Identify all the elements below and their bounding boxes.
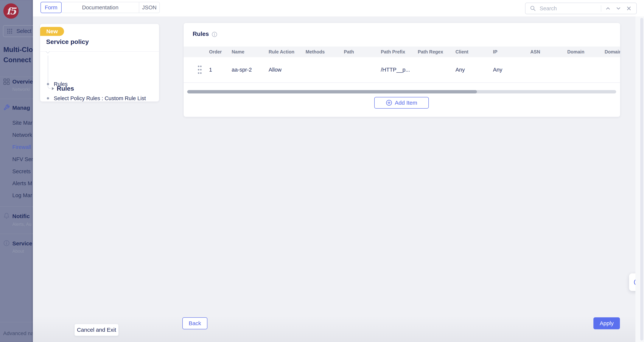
back-button-label: Back bbox=[189, 320, 201, 326]
cell-path-prefix: /HTTP__p... bbox=[381, 67, 418, 73]
info-icon[interactable] bbox=[212, 32, 217, 37]
active-step-arrow-icon bbox=[52, 87, 54, 90]
back-button[interactable]: Back bbox=[182, 317, 208, 329]
stepper-elbow bbox=[48, 86, 51, 89]
sidebar-divider bbox=[0, 207, 33, 207]
sidebar-item-secrets[interactable]: Secrets bbox=[12, 168, 30, 175]
workspace-title: Multi-Clo Connect bbox=[3, 45, 33, 65]
vertical-scrollbar[interactable] bbox=[640, 18, 643, 340]
tab-form[interactable]: Form bbox=[40, 2, 62, 13]
sidebar-item-alerts-management[interactable]: Alerts M bbox=[12, 180, 32, 187]
service-subtitle: About bbox=[12, 249, 24, 254]
sidebar-item-manage[interactable]: Manag bbox=[12, 105, 30, 111]
step-dot bbox=[47, 83, 49, 85]
search-input[interactable]: Search bbox=[525, 3, 637, 14]
col-name: Name bbox=[232, 49, 268, 55]
chevron-down-icon[interactable] bbox=[615, 5, 622, 12]
cell-client: Any bbox=[456, 67, 493, 73]
table-row[interactable]: 1 aa-spr-2 Allow /HTTP__p... Any Any bbox=[184, 57, 620, 83]
col-domain-2: Domain bbox=[604, 49, 620, 55]
main-panel: Form Documentation JSON Search bbox=[33, 0, 644, 342]
tab-json-label: JSON bbox=[142, 5, 156, 11]
col-ip: IP bbox=[493, 49, 530, 55]
tab-group: Documentation JSON bbox=[61, 2, 160, 13]
cell-order: 1 bbox=[209, 67, 232, 73]
col-asn: ASN bbox=[530, 49, 567, 55]
step-select-policy-rules[interactable]: Select Policy Rules : Custom Rule List bbox=[54, 95, 146, 101]
cell-ip: Any bbox=[493, 67, 530, 73]
search-placeholder: Search bbox=[540, 6, 598, 12]
workspace-title-line2: Connect bbox=[3, 55, 33, 65]
bell-icon bbox=[3, 213, 10, 219]
tab-documentation[interactable]: Documentation bbox=[62, 2, 139, 13]
f5-logo: f5 bbox=[3, 3, 19, 19]
cell-name: aa-spr-2 bbox=[232, 67, 268, 73]
overview-icon bbox=[3, 79, 10, 85]
bottom-shade bbox=[33, 316, 644, 342]
topbar: Form Documentation JSON Search bbox=[33, 0, 644, 17]
sidebar-item-notifications[interactable]: Notific bbox=[12, 213, 30, 219]
divider-notch bbox=[46, 49, 50, 54]
workspace-title-line1: Multi-Clo bbox=[3, 45, 33, 55]
step-rules-active[interactable]: Rules bbox=[57, 85, 74, 92]
drag-handle-icon[interactable] bbox=[197, 65, 203, 75]
sidebar-divider bbox=[0, 322, 33, 322]
rules-card: Rules Order Name Rule Action Methods Pat… bbox=[184, 23, 620, 117]
info-circle-icon bbox=[3, 240, 10, 246]
col-domain: Domain bbox=[567, 49, 604, 55]
table-header: Order Name Rule Action Methods Path Path… bbox=[184, 47, 620, 57]
sidebar-item-log-management[interactable]: Log Mar bbox=[12, 192, 32, 199]
sidebar: f5 Select s Multi-Clo Connect bbox=[0, 0, 33, 342]
screen: f5 Select s Multi-Clo Connect bbox=[0, 0, 644, 342]
advanced-nav-label[interactable]: Advanced nav bbox=[3, 330, 33, 336]
sidebar-item-overview[interactable]: Overvie bbox=[12, 79, 33, 85]
sidebar-item-nfv-service[interactable]: NFV Ser bbox=[12, 156, 33, 162]
sidebar-item-firewall[interactable]: Firewall bbox=[12, 144, 31, 150]
col-rule-action: Rule Action bbox=[268, 49, 306, 55]
horizontal-scrollbar[interactable] bbox=[187, 90, 616, 93]
tab-form-label: Form bbox=[45, 5, 58, 11]
col-path: Path bbox=[344, 49, 381, 55]
new-badge-label: New bbox=[46, 28, 58, 35]
tab-documentation-label: Documentation bbox=[82, 5, 118, 11]
sidebar-item-service[interactable]: Service bbox=[12, 240, 32, 247]
col-order: Order bbox=[209, 49, 232, 55]
search-icon bbox=[529, 5, 537, 12]
wizard-nav-card: New Service policy Rules Select Policy R… bbox=[40, 24, 159, 101]
notifications-subtitle: Alerts, Au bbox=[12, 222, 32, 227]
col-path-prefix: Path Prefix bbox=[381, 49, 418, 55]
chevron-up-icon[interactable] bbox=[604, 5, 612, 12]
cancel-and-exit-button[interactable]: Cancel and Exit bbox=[74, 324, 119, 336]
rules-title: Rules bbox=[193, 31, 209, 37]
apply-button-label: Apply bbox=[600, 320, 614, 326]
select-service-button[interactable]: Select s bbox=[3, 25, 33, 37]
col-path-regex: Path Regex bbox=[418, 49, 456, 55]
sidebar-divider bbox=[0, 99, 33, 99]
step-dot bbox=[47, 97, 49, 99]
sidebar-item-site-management[interactable]: Site Mar bbox=[12, 120, 32, 126]
tab-json[interactable]: JSON bbox=[139, 2, 160, 13]
f5-logo-text: f5 bbox=[6, 6, 16, 17]
add-item-label: Add Item bbox=[395, 100, 417, 106]
search-divider bbox=[601, 5, 601, 12]
close-icon[interactable] bbox=[625, 5, 632, 12]
sidebar-item-networking[interactable]: Network bbox=[12, 132, 32, 138]
horizontal-scrollbar-thumb[interactable] bbox=[187, 90, 477, 93]
cancel-button-label: Cancel and Exit bbox=[77, 327, 116, 333]
cell-rule-action: Allow bbox=[268, 67, 306, 73]
overview-subtitle: Networki bbox=[12, 87, 30, 92]
add-item-button[interactable]: Add Item bbox=[374, 97, 429, 109]
col-client: Client bbox=[456, 49, 493, 55]
wrench-icon bbox=[3, 104, 10, 111]
apply-button[interactable]: Apply bbox=[594, 317, 620, 329]
wizard-divider bbox=[40, 51, 159, 52]
new-badge: New bbox=[40, 27, 64, 36]
select-service-label: Select s bbox=[16, 28, 33, 34]
sidebar-divider bbox=[0, 77, 33, 77]
grid-dots-icon bbox=[6, 28, 14, 35]
plus-circle-icon bbox=[386, 100, 392, 106]
stepper-line bbox=[48, 56, 48, 86]
sidebar-divider bbox=[0, 234, 33, 234]
col-methods: Methods bbox=[306, 49, 344, 55]
wizard-title: Service policy bbox=[46, 38, 89, 45]
